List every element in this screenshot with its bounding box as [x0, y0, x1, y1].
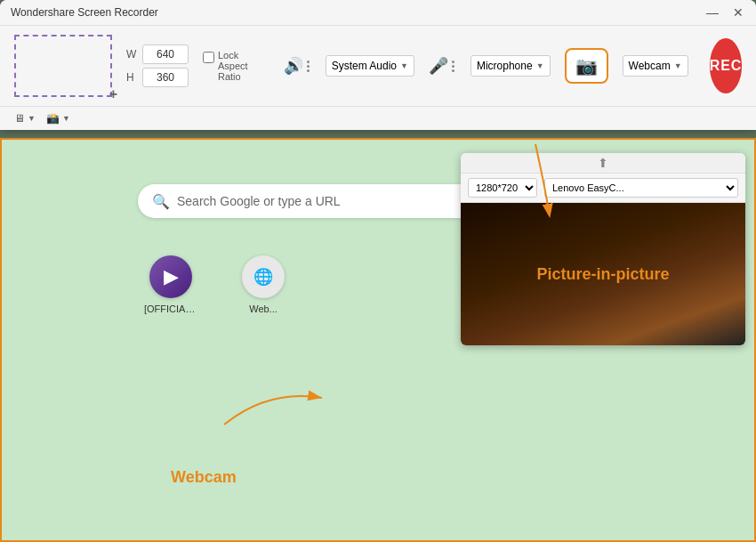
- corner-tr: [744, 138, 756, 150]
- webcam-select[interactable]: Webcam ▼: [623, 55, 688, 77]
- app-icons-area: ▶ [OFFICIAL] W... 🌐 Web...: [144, 255, 285, 314]
- webcam-icon: 📷: [575, 55, 598, 77]
- camera-icon: 📸: [46, 112, 60, 125]
- webcam-annotation-label: Webcam: [171, 468, 237, 487]
- app-icon-label-1: Web...: [249, 303, 277, 314]
- area-selector[interactable]: [14, 35, 112, 97]
- bottom-toolbar: 🖥 ▼ 📸 ▼: [0, 107, 756, 130]
- webcam-arrow-svg: [215, 380, 331, 433]
- app-icon-item-0: ▶ [OFFICIAL] W...: [144, 255, 197, 314]
- corner-br: [744, 530, 756, 542]
- app-icon-glyph-0: ▶: [164, 265, 179, 288]
- pip-picture-label: Picture-in-picture: [536, 265, 669, 284]
- height-label: H: [126, 71, 139, 84]
- screen-tool-button[interactable]: 🖥 ▼: [14, 112, 36, 125]
- camera-chevron-icon: ▼: [62, 114, 70, 123]
- main-toolbar: W H Lock Aspect Ratio 🔊 System Audio ▼: [0, 26, 756, 107]
- corner-bl: [0, 530, 12, 542]
- microphone-select[interactable]: Microphone ▼: [470, 55, 551, 77]
- search-icon: 🔍: [152, 193, 170, 210]
- width-input[interactable]: [142, 44, 189, 64]
- corner-tl: [0, 138, 12, 150]
- title-bar-controls: — ✕: [704, 5, 745, 20]
- system-audio-chevron: ▼: [400, 61, 408, 70]
- microphone-group: 🎤: [429, 56, 456, 76]
- pip-video-area: Picture-in-picture: [461, 203, 745, 345]
- screen-icon: 🖥: [14, 112, 25, 125]
- close-button[interactable]: ✕: [731, 5, 745, 20]
- app-icon-glyph-1: 🌐: [253, 267, 273, 287]
- app-window: Wondershare Screen Recorder — ✕ W H Lock…: [0, 0, 756, 130]
- webcam-pip-panel: ⬆ 1280*720 Lenovo EasyC... Picture-in-pi…: [461, 153, 745, 345]
- app-icon-circle-0[interactable]: ▶: [149, 255, 192, 298]
- minimize-button[interactable]: —: [704, 5, 720, 20]
- webcam-label: Webcam: [629, 60, 671, 72]
- dimensions-group: W H: [126, 44, 189, 87]
- screen-chevron-icon: ▼: [28, 114, 36, 123]
- system-audio-dots: [305, 59, 311, 74]
- pip-camera-select[interactable]: Lenovo EasyC...: [544, 178, 738, 198]
- height-row: H: [126, 68, 189, 87]
- width-row: W: [126, 44, 189, 64]
- rec-button[interactable]: REC: [710, 38, 743, 93]
- lock-aspect-label: Lock Aspect Ratio: [218, 50, 248, 82]
- microphone-dots: [450, 59, 456, 74]
- system-audio-label: System Audio: [332, 60, 397, 72]
- pip-drag-handle[interactable]: ⬆: [598, 156, 608, 170]
- microphone-label: Microphone: [477, 60, 533, 72]
- camera-tool-button[interactable]: 📸 ▼: [46, 112, 70, 125]
- microphone-icon: 🎤: [429, 56, 448, 76]
- system-audio-select[interactable]: System Audio ▼: [326, 55, 414, 77]
- capture-area-rect[interactable]: [14, 35, 112, 97]
- microphone-chevron: ▼: [536, 61, 544, 70]
- pip-toolbar: 1280*720 Lenovo EasyC...: [461, 174, 745, 203]
- app-icon-circle-1[interactable]: 🌐: [242, 255, 285, 298]
- system-audio-group: 🔊: [284, 56, 311, 76]
- webcam-button[interactable]: 📷: [565, 48, 608, 84]
- browser-area: 🔍 Search Google or type a URL 🎤 ▶ [OFFIC…: [0, 138, 756, 542]
- lock-aspect-checkbox[interactable]: [203, 52, 214, 63]
- app-icon-label-0: [OFFICIAL] W...: [144, 303, 197, 314]
- webcam-chevron: ▼: [674, 61, 682, 70]
- width-label: W: [126, 48, 139, 61]
- pip-resolution-select[interactable]: 1280*720: [468, 178, 537, 198]
- speaker-icon: 🔊: [284, 56, 303, 76]
- title-bar: Wondershare Screen Recorder — ✕: [0, 0, 756, 26]
- window-title: Wondershare Screen Recorder: [11, 6, 158, 19]
- app-icon-item-1: 🌐 Web...: [242, 255, 285, 314]
- lock-aspect-group: Lock Aspect Ratio: [203, 50, 248, 82]
- height-input[interactable]: [142, 68, 189, 87]
